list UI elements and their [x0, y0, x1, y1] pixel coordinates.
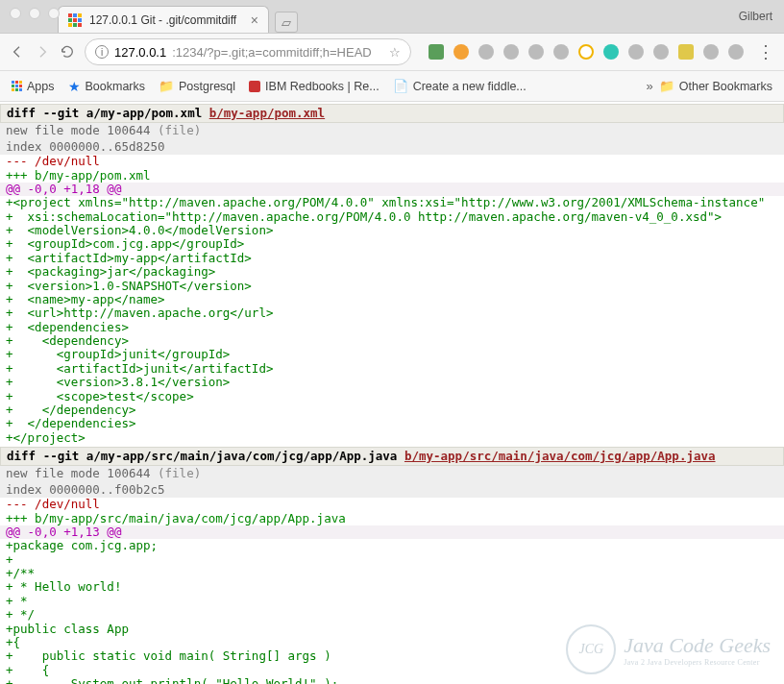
- diff-added-line: + <version>3.8.1</version>: [0, 376, 784, 389]
- diff-added-line: +<project xmlns="http://maven.apache.org…: [0, 196, 784, 209]
- apps-grid-icon: [12, 81, 22, 91]
- diff-added-line: + *: [0, 595, 784, 608]
- svg-rect-8: [78, 23, 82, 27]
- new-tab-button[interactable]: ▱: [275, 12, 298, 33]
- diff-file-link[interactable]: b/my-app/src/main/java/com/jcg/app/App.j…: [404, 449, 716, 463]
- diff-added-line: + <dependencies>: [0, 321, 784, 334]
- traffic-light-zoom-icon[interactable]: [48, 8, 60, 19]
- extension-icon[interactable]: [578, 44, 594, 60]
- tab-favicon-icon: [68, 13, 82, 27]
- diff-file-header: diff --git a/my-app/src/main/java/com/jc…: [0, 447, 784, 466]
- extension-icon[interactable]: [653, 44, 669, 60]
- diff-added-line: +{: [0, 636, 784, 649]
- folder-icon: 📁: [659, 79, 674, 93]
- tab-title: 127.0.0.1 Git - .git/commitdiff: [89, 13, 243, 27]
- svg-rect-1: [73, 13, 77, 17]
- svg-rect-4: [73, 18, 77, 22]
- back-button[interactable]: [10, 43, 25, 61]
- tab-strip: 127.0.0.1 Git - .git/commitdiff × ▱ Gilb…: [0, 0, 784, 33]
- url-host: 127.0.0.1: [114, 45, 166, 60]
- reload-button[interactable]: [60, 43, 75, 61]
- address-bar: i 127.0.0.1:1234/?p=.git;a=commitdiff;h=…: [0, 33, 784, 71]
- bookmarks-bar: Apps ★ Bookmarks 📁 Postgresql IBM Redboo…: [0, 71, 784, 102]
- extension-icon[interactable]: [678, 44, 694, 60]
- diff-header-text: diff --git a/my-app/src/main/java/com/jc…: [7, 449, 404, 463]
- diff-plus-file: +++ b/my-app/src/main/java/com/jcg/app/A…: [0, 512, 784, 525]
- diff-added-line: +: [0, 553, 784, 567]
- other-bookmarks[interactable]: 📁 Other Bookmarks: [659, 79, 772, 93]
- site-info-icon[interactable]: i: [95, 45, 109, 59]
- svg-rect-3: [68, 18, 72, 22]
- extension-icon[interactable]: [703, 44, 719, 60]
- page-content: diff --git a/my-app/pom.xml b/my-app/pom…: [0, 102, 784, 684]
- diff-added-line: + <groupId>junit</groupId>: [0, 348, 784, 361]
- diff-added-line: + */: [0, 608, 784, 622]
- profile-name[interactable]: Gilbert: [739, 10, 772, 23]
- url-input[interactable]: i 127.0.0.1:1234/?p=.git;a=commitdiff;h=…: [85, 38, 411, 65]
- browser-tab[interactable]: 127.0.0.1 Git - .git/commitdiff ×: [58, 6, 269, 33]
- diff-added-line: + <version>1.0-SNAPSHOT</version>: [0, 280, 784, 293]
- extension-icon[interactable]: [553, 44, 569, 60]
- diff-plus-file: +++ b/my-app/pom.xml: [0, 169, 784, 183]
- extension-evernote-icon[interactable]: [429, 44, 444, 60]
- diff-added-line: + * Hello world!: [0, 580, 784, 594]
- bookmark-postgresql[interactable]: 📁 Postgresql: [159, 79, 235, 93]
- diff-header-text: diff --git a/my-app/pom.xml: [7, 106, 209, 120]
- extension-icons: [429, 44, 744, 60]
- diff-index: index 0000000..f00b2c5: [0, 482, 784, 498]
- chrome-menu-button[interactable]: ⋮: [753, 41, 778, 62]
- bookmark-label: Create a new fiddle...: [413, 80, 527, 93]
- bookmarks-overflow-icon[interactable]: »: [647, 79, 653, 93]
- bookmark-fiddle[interactable]: 📄 Create a new fiddle...: [393, 79, 527, 93]
- tab-close-icon[interactable]: ×: [251, 12, 258, 28]
- extension-icon[interactable]: [603, 44, 619, 60]
- traffic-light-minimize-icon[interactable]: [29, 8, 40, 19]
- traffic-light-close-icon[interactable]: [10, 8, 21, 19]
- extension-icon[interactable]: [528, 44, 544, 60]
- url-path: :1234/?p=.git;a=commitdiff;h=HEAD: [172, 45, 372, 60]
- diff-added-line: +public class App: [0, 623, 784, 636]
- diff-added-line: + <packaging>jar</packaging>: [0, 265, 784, 279]
- diff-added-line: + <name>my-app</name>: [0, 293, 784, 306]
- diff-file-header: diff --git a/my-app/pom.xml b/my-app/pom…: [0, 104, 784, 123]
- diff-hunk-header: @@ -0,0 +1,18 @@: [0, 183, 784, 196]
- diff-added-line: + <url>http://maven.apache.org</url>: [0, 306, 784, 320]
- diff-minus-file: --- /dev/null: [0, 498, 784, 511]
- svg-rect-5: [78, 18, 82, 22]
- svg-rect-2: [78, 13, 82, 17]
- diff-index: index 0000000..65d8250: [0, 139, 784, 155]
- extension-icon[interactable]: [453, 44, 469, 60]
- forward-button[interactable]: [35, 43, 50, 61]
- diff-mode: new file mode 100644 (file): [0, 123, 784, 138]
- diff-added-line: +/**: [0, 567, 784, 580]
- extension-icon[interactable]: [503, 44, 519, 60]
- bookmark-star-icon[interactable]: ☆: [389, 45, 401, 60]
- apps-button[interactable]: Apps: [12, 80, 55, 93]
- diff-added-line: + <artifactId>my-app</artifactId>: [0, 252, 784, 265]
- diff-added-line: + {: [0, 664, 784, 677]
- diff-added-line: + <modelVersion>4.0.0</modelVersion>: [0, 224, 784, 237]
- extension-icon[interactable]: [628, 44, 644, 60]
- svg-rect-0: [68, 13, 72, 17]
- redbook-icon: [249, 81, 260, 92]
- bookmark-label: Other Bookmarks: [679, 80, 772, 93]
- diff-mode: new file mode 100644 (file): [0, 466, 784, 481]
- diff-hunk-header: @@ -0,0 +1,13 @@: [0, 525, 784, 539]
- diff-added-line: + xsi:schemaLocation="http://maven.apach…: [0, 210, 784, 224]
- diff-minus-file: --- /dev/null: [0, 155, 784, 168]
- bookmark-label: IBM Redbooks | Re...: [265, 80, 380, 93]
- diff-file-link[interactable]: b/my-app/pom.xml: [209, 106, 325, 120]
- bookmark-label: Bookmarks: [86, 80, 146, 93]
- bookmark-bookmarks[interactable]: ★ Bookmarks: [68, 79, 146, 94]
- page-icon: 📄: [393, 79, 408, 93]
- diff-added-line: +</project>: [0, 431, 784, 445]
- diff-added-line: + </dependencies>: [0, 417, 784, 430]
- diff-added-line: + <scope>test</scope>: [0, 390, 784, 403]
- star-icon: ★: [68, 79, 81, 94]
- diff-added-line: + System.out.println( "Hello World!" );: [0, 677, 784, 684]
- extension-icon[interactable]: [728, 44, 744, 60]
- folder-icon: 📁: [159, 79, 174, 93]
- bookmark-ibm[interactable]: IBM Redbooks | Re...: [249, 80, 380, 93]
- extension-icon[interactable]: [478, 44, 494, 60]
- diff-added-line: + </dependency>: [0, 403, 784, 417]
